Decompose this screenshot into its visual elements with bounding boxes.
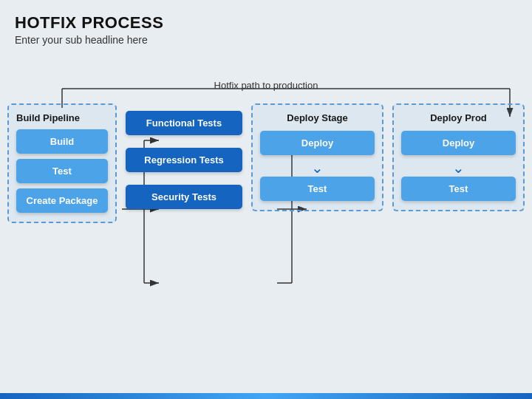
deploy-stage-label: Deploy Stage <box>260 112 375 123</box>
build-pipeline-label: Build Pipeline <box>16 112 108 123</box>
deploy-prod-box: Deploy Prod Deploy ⌄ Test <box>392 103 525 211</box>
build-pipeline-box: Build Pipeline Build Test Create Package <box>7 103 117 223</box>
header: HOTFIX PROCESS Enter your sub headline h… <box>0 0 532 50</box>
page-title: HOTFIX PROCESS <box>15 13 517 33</box>
regression-tests-button: Regression Tests <box>126 148 242 172</box>
chevron-down-icon: ⌄ <box>260 160 375 175</box>
columns: Build Pipeline Build Test Create Package… <box>7 103 525 223</box>
chevron-down-icon-2: ⌄ <box>401 160 516 175</box>
test-button: Test <box>16 159 108 183</box>
deploy-prod-label: Deploy Prod <box>401 112 516 123</box>
deploy-prod-deploy-button: Deploy <box>401 131 516 155</box>
functional-tests-button: Functional Tests <box>126 111 242 135</box>
deploy-prod-test-button: Test <box>401 177 516 201</box>
build-button: Build <box>16 129 108 154</box>
deploy-stage-test-button: Test <box>260 177 375 201</box>
create-package-button: Create Package <box>16 188 108 213</box>
deploy-stage-box: Deploy Stage Deploy ⌄ Test <box>251 103 383 211</box>
tests-column: Functional Tests Regression Tests Securi… <box>126 103 242 214</box>
page-subtitle: Enter your sub headline here <box>15 34 517 46</box>
diagram-area: Hotfix path to production <box>0 66 532 392</box>
path-label: Hotfix path to production <box>214 80 318 91</box>
security-tests-button: Security Tests <box>126 185 242 209</box>
deploy-stage-deploy-button: Deploy <box>260 131 375 155</box>
bottom-bar <box>0 393 532 399</box>
